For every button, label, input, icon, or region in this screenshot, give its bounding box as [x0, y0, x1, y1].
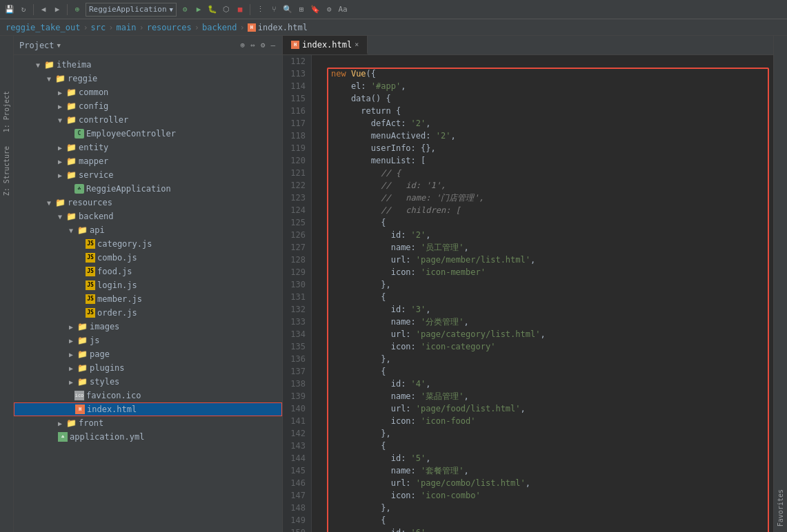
dropdown-arrow-icon: ▼	[170, 6, 173, 13]
sidebar-dropdown-arrow[interactable]: ▼	[57, 42, 61, 49]
code-line: data() {	[331, 92, 768, 105]
code-line: defAct: '2',	[331, 117, 768, 130]
key-token: icon:	[331, 491, 421, 500]
bracket-token: },	[331, 280, 391, 289]
settings-icon[interactable]: ⚙	[323, 4, 335, 15]
line-number: 127	[283, 241, 306, 254]
settings-icon[interactable]: ⚙	[259, 39, 267, 51]
line-number: 134	[283, 328, 306, 340]
line-number: 132	[283, 303, 306, 316]
favorites-tab[interactable]: Favorites	[777, 489, 784, 526]
spring-file-icon: C	[74, 129, 84, 139]
folder-name: page	[90, 349, 110, 359]
minimize-icon[interactable]: —	[269, 39, 277, 51]
tree-file-reggie-application[interactable]: ☘ ReggieApplication	[14, 182, 282, 196]
breadcrumb-sep-2: ›	[108, 23, 113, 32]
back-icon[interactable]: ◀	[38, 4, 49, 15]
breadcrumb-src[interactable]: src	[91, 23, 106, 32]
bracket-token: ,	[426, 379, 430, 389]
line-number: 150	[283, 526, 306, 532]
vcs-icon[interactable]: ⑂	[268, 4, 279, 15]
tab-bar: H index.html ×	[283, 36, 773, 55]
code-line: // children: [	[331, 204, 768, 216]
str-token: 'icon-category'	[421, 342, 495, 351]
key-token: data() {	[331, 94, 391, 103]
code-line: id: '5',	[331, 452, 768, 464]
coverage-icon[interactable]: ⬡	[221, 4, 232, 15]
run-config-dropdown[interactable]: ReggieApplication ▼	[86, 3, 177, 17]
tree-folder-controller[interactable]: ▼ 📁 controller	[14, 113, 282, 127]
tree-folder-images[interactable]: ▶ 📁 images	[14, 320, 282, 334]
code-editor[interactable]: 1121131141151161171181191201211221231241…	[283, 55, 773, 532]
tab-close-icon[interactable]: ×	[355, 41, 359, 48]
tree-folder-backend[interactable]: ▼ 📁 backend	[14, 209, 282, 223]
save-icon[interactable]: 💾	[4, 4, 15, 15]
tree-folder-common[interactable]: ▶ 📁 common	[14, 85, 282, 99]
folder-name: front	[79, 418, 103, 428]
tree-file-order-js[interactable]: JS order.js	[14, 306, 282, 320]
breadcrumb-resources[interactable]: resources	[147, 23, 192, 32]
tab-index-html[interactable]: H index.html ×	[283, 36, 368, 54]
tree-file-category-js[interactable]: JS category.js	[14, 237, 282, 251]
tree-file-combo-js[interactable]: JS combo.js	[14, 251, 282, 265]
str-token: 'icon-member'	[421, 267, 486, 277]
str-token: 'page/category/list.html'	[416, 329, 541, 339]
breadcrumb-backend[interactable]: backend	[202, 23, 237, 32]
build-icon[interactable]: ⚙	[179, 4, 190, 15]
breadcrumb-main[interactable]: main	[117, 23, 137, 32]
tree-folder-styles[interactable]: ▶ 📁 styles	[14, 375, 282, 389]
tree-folder-reggie[interactable]: ▼ 📁 reggie	[14, 72, 282, 85]
code-line: {	[331, 365, 768, 378]
arrow-icon: ▶	[58, 172, 65, 179]
tree-file-index-html[interactable]: H index.html	[14, 402, 282, 416]
tree-folder-plugins[interactable]: ▶ 📁 plugins	[14, 361, 282, 375]
file-name: combo.js	[97, 253, 137, 263]
stop-icon[interactable]: ■	[235, 4, 246, 15]
tree-folder-front[interactable]: ▶ 📁 front	[14, 416, 282, 430]
tree-file-employee-controller[interactable]: C EmployeeController	[14, 127, 282, 141]
structure-panel-tab[interactable]: Z: Structure	[3, 146, 10, 196]
file-name: member.js	[97, 294, 142, 304]
folder-name: js	[90, 336, 99, 345]
add-config-icon[interactable]: ⊕	[72, 4, 83, 15]
search-everywhere-icon[interactable]: 🔍	[282, 4, 293, 15]
debug-icon[interactable]: 🐛	[207, 4, 218, 15]
bracket-token: ,	[401, 81, 406, 91]
forward-icon[interactable]: ▶	[52, 4, 63, 15]
tree-file-member-js[interactable]: JS member.js	[14, 292, 282, 306]
tree-folder-config[interactable]: ▶ 📁 config	[14, 99, 282, 113]
arrow-icon: ▶	[69, 323, 76, 331]
bracket-token: ,	[464, 243, 469, 252]
folder-icon: 📁	[66, 170, 77, 180]
tree-folder-api[interactable]: ▼ 📁 api	[14, 223, 282, 237]
tree-folder-itheima[interactable]: ▼ 📁 itheima	[14, 58, 282, 72]
project-panel-tab[interactable]: 1: Project	[3, 91, 10, 132]
bookmark-icon[interactable]: 🔖	[310, 4, 321, 15]
regex-icon[interactable]: Aa	[337, 4, 348, 15]
tree-folder-resources[interactable]: ▼ 📁 resources	[14, 196, 282, 209]
tree-folder-page[interactable]: ▶ 📁 page	[14, 347, 282, 361]
code-line: id: '2',	[331, 229, 768, 241]
bracket-token: ,	[540, 329, 545, 339]
locate-file-icon[interactable]: ⊕	[239, 39, 247, 51]
key-token: url:	[331, 404, 416, 413]
breadcrumb-project[interactable]: reggie_take_out	[6, 23, 80, 32]
collapse-all-icon[interactable]: ⇔	[249, 39, 257, 51]
sync-icon[interactable]: ↻	[18, 4, 29, 15]
tree-file-favicon[interactable]: ico favicon.ico	[14, 389, 282, 402]
tree-folder-service[interactable]: ▶ 📁 service	[14, 168, 282, 182]
code-line: name: '菜品管理',	[331, 390, 768, 402]
code-area: new Vue({ el: '#app', data() { return { …	[326, 55, 773, 532]
breadcrumb: reggie_take_out › src › main › resources…	[0, 19, 787, 36]
tree-file-application-yml[interactable]: ☘ application.yml	[14, 430, 282, 444]
tree-file-login-js[interactable]: JS login.js	[14, 278, 282, 292]
file-name: application.yml	[70, 432, 144, 442]
tree-folder-js[interactable]: ▶ 📁 js	[14, 334, 282, 347]
bracket-token: ,	[426, 528, 430, 532]
tree-file-food-js[interactable]: JS food.js	[14, 265, 282, 278]
tree-folder-mapper[interactable]: ▶ 📁 mapper	[14, 154, 282, 168]
tree-folder-entity[interactable]: ▶ 📁 entity	[14, 141, 282, 154]
run-icon[interactable]: ▶	[193, 4, 204, 15]
structural-icon[interactable]: ⊞	[296, 4, 307, 15]
more-tools-icon[interactable]: ⋮	[255, 4, 266, 15]
